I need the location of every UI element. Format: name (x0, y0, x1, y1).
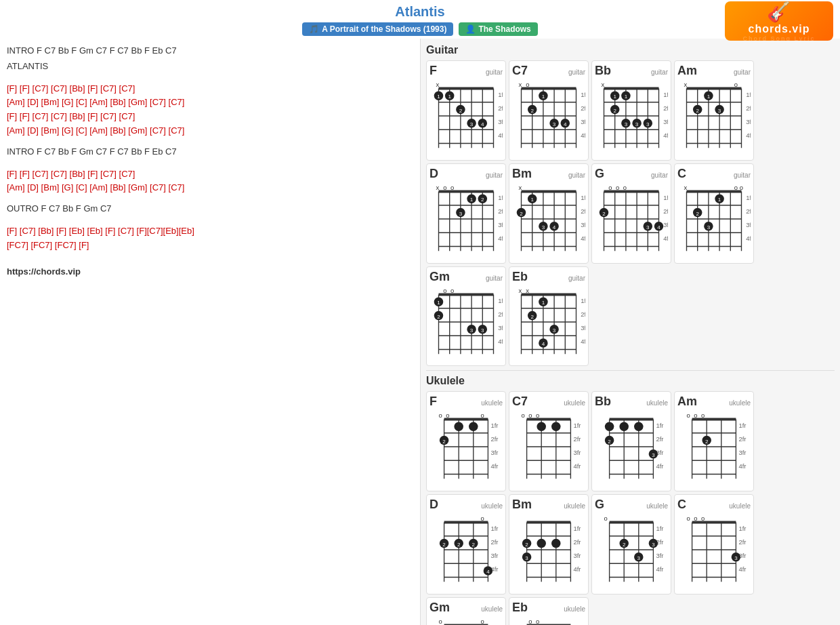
chord-F-4[interactable]: [F] (7, 111, 17, 121)
svg-text:4: 4 (486, 569, 490, 575)
chord-F-3[interactable]: [F] (87, 83, 98, 94)
chord-F-8[interactable]: [F] (20, 169, 30, 179)
chord-G-1[interactable]: [G] (62, 97, 73, 107)
chord-F-7[interactable]: [F] (7, 169, 17, 179)
chord-Gm-2[interactable]: [Gm] (128, 125, 147, 136)
fretboard-Bb-ukulele: 1fr 2fr 3fr 4fr 2 3 (595, 410, 668, 488)
svg-text:2fr: 2fr (581, 104, 585, 112)
chord-F-5[interactable]: [F] (20, 111, 30, 121)
chord-Gm-1[interactable]: [Gm] (128, 97, 147, 107)
chord-C7-17[interactable]: [C7] (150, 182, 166, 193)
chord-Bm-2[interactable]: [Bm] (41, 125, 60, 136)
chord-Am-3[interactable]: [Am] (7, 125, 25, 136)
chord-C7-6[interactable]: [C7] (169, 97, 185, 107)
chord-F-final[interactable]: [F] (79, 240, 89, 250)
chord-Am-4[interactable]: [Am] (89, 125, 108, 136)
chord-G-3[interactable]: [G] (62, 182, 73, 193)
chord-C7-2[interactable]: [C7] (51, 83, 67, 94)
svg-text:1fr: 1fr (490, 422, 498, 429)
chord-C7-12[interactable]: [C7] (169, 125, 185, 136)
chord-Bb-2[interactable]: [Bb] (110, 97, 126, 107)
svg-text:o: o (450, 184, 454, 191)
svg-text:4fr: 4fr (738, 565, 746, 573)
chord-C-3[interactable]: [C] (76, 182, 87, 193)
svg-text:o: o (608, 184, 612, 191)
chord-C7-16[interactable]: [C7] (119, 169, 135, 179)
chord-Bb-5[interactable]: [Bb] (70, 169, 85, 179)
chord-C7-4[interactable]: [C7] (119, 83, 135, 94)
chord-C7-13[interactable]: [C7] (33, 169, 49, 179)
chord-D-2[interactable]: [D] (27, 125, 39, 136)
chord-FC7-3[interactable]: [FC7] (55, 240, 77, 250)
chord-Bb-1[interactable]: [Bb] (70, 83, 85, 94)
chord-C7-15[interactable]: [C7] (100, 169, 117, 179)
chord-Bb-6[interactable]: [Bb] (110, 182, 126, 193)
chord-C-1[interactable]: [C] (76, 97, 87, 107)
chord-D-1[interactable]: [D] (27, 97, 39, 107)
album-icon: 🎵 (309, 24, 319, 34)
chord-F-1[interactable]: [F] (7, 83, 17, 94)
chord-C7-7[interactable]: [C7] (33, 111, 49, 121)
fretboard-Am-guitar: x o 1fr 2fr (677, 79, 751, 157)
artist-badge[interactable]: 👤 The Shadows (459, 22, 537, 36)
svg-text:4fr: 4fr (663, 132, 668, 139)
chord-C7-1[interactable]: [C7] (33, 83, 49, 94)
lyric-line-5: [F] [F] [C7] [C7] [Bb] [F] [C7] [C7] (7, 167, 413, 182)
chord-C7-10[interactable]: [C7] (119, 111, 135, 121)
chord-Bb-7[interactable]: [Bb] (38, 226, 54, 236)
svg-text:2fr: 2fr (746, 207, 751, 215)
chord-Am-6[interactable]: [Am] (89, 182, 108, 193)
chord-Gm-3[interactable]: [Gm] (128, 182, 147, 193)
svg-text:2fr: 2fr (738, 435, 746, 443)
chord-G-2[interactable]: [G] (62, 125, 73, 136)
chord-Am-2[interactable]: [Am] (89, 97, 108, 107)
chords-panel: Guitar F guitar (420, 39, 840, 625)
svg-text:3: 3 (470, 121, 474, 127)
chord-C7-19[interactable]: [C7] (20, 226, 36, 236)
chord-F-6[interactable]: [F] (87, 111, 98, 121)
chord-F-9[interactable]: [F] (87, 169, 98, 179)
chord-Bb-4[interactable]: [Bb] (110, 125, 126, 136)
svg-text:2: 2 (696, 210, 699, 216)
chord-Bm-1[interactable]: [Bm] (41, 97, 60, 107)
chord-C7-14[interactable]: [C7] (51, 169, 67, 179)
lyric-line-4: [Am] [D] [Bm] [G] [C] [Am] [Bb] [Gm] [C7… (7, 124, 413, 138)
svg-text:o: o (604, 515, 608, 522)
chord-Bb-3[interactable]: [Bb] (70, 111, 85, 121)
chord-F-2[interactable]: [F] (20, 83, 30, 94)
chord-Bm-3[interactable]: [Bm] (41, 182, 60, 193)
chord-F-12[interactable]: [F] (105, 226, 115, 236)
chord-D-3[interactable]: [D] (27, 182, 39, 193)
chord-C7-3[interactable]: [C7] (100, 83, 117, 94)
chord-FC7-2[interactable]: [FC7] (30, 240, 52, 250)
intro-line-2: INTRO F C7 Bb F Gm C7 F C7 Bb F Eb C7 (7, 145, 413, 159)
fretboard-Bm-ukulele: 1fr 2fr 3fr 4fr 2 3 (512, 513, 585, 591)
chord-C7-8[interactable]: [C7] (51, 111, 67, 121)
svg-text:4fr: 4fr (573, 463, 581, 470)
svg-text:3fr: 3fr (663, 221, 668, 228)
svg-text:2fr: 2fr (663, 207, 668, 215)
chord-C7-9[interactable]: [C7] (100, 111, 117, 121)
chord-F-10[interactable]: [F] (7, 226, 17, 236)
chord-Am-5[interactable]: [Am] (7, 182, 25, 193)
fretboard-Gm-guitar: o o 1fr 2fr (429, 285, 503, 363)
chord-C7-18[interactable]: [C7] (169, 182, 185, 193)
guitar-chord-grid: F guitar (426, 60, 835, 366)
chord-C7-5[interactable]: [C7] (150, 97, 166, 107)
chord-FC7-1[interactable]: [FC7] (7, 240, 28, 250)
chord-Eb-2[interactable]: [Eb] (87, 226, 103, 236)
album-badge[interactable]: 🎵 A Portrait of the Shadows (1993) (302, 22, 453, 36)
site-logo[interactable]: 🎸 chords.vip Chord Song Lyric (725, 1, 833, 41)
chord-C7-20[interactable]: [C7] (118, 226, 134, 236)
ukulele-chord-grid: F ukulele o o o (426, 391, 835, 625)
svg-text:2fr: 2fr (581, 207, 585, 215)
chord-F-11[interactable]: [F] (56, 226, 66, 236)
svg-text:4fr: 4fr (656, 463, 663, 470)
chord-C-2[interactable]: [C] (76, 125, 87, 136)
chord-C7-11[interactable]: [C7] (150, 125, 166, 136)
chord-Eb-1[interactable]: [Eb] (69, 226, 85, 236)
chord-F-C7-Eb-1[interactable]: [F][C7][Eb][Eb] (137, 226, 194, 236)
svg-text:1fr: 1fr (573, 525, 581, 532)
svg-text:3fr: 3fr (746, 221, 751, 228)
chord-Am-1[interactable]: [Am] (7, 97, 25, 107)
